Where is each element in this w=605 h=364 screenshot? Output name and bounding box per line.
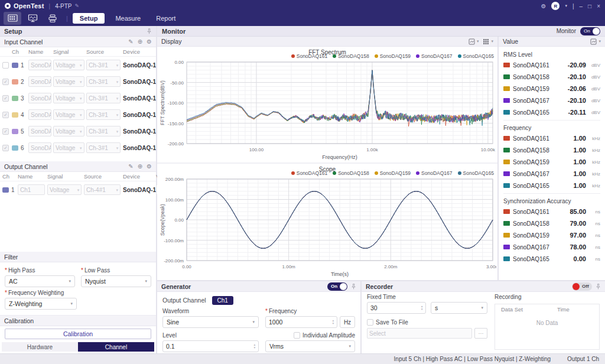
legend-label: SonoDAQ158 [338, 170, 369, 176]
low-pass-select[interactable]: Nyquist▾ [81, 275, 151, 287]
series-unit: ns [589, 256, 600, 262]
row-checkbox[interactable]: ✓ [2, 145, 9, 151]
edit-project-icon[interactable]: ✎ [74, 3, 79, 9]
filter-body: *High Pass AC▾ *Low Pass Nyquist▾ *Frequ… [0, 262, 156, 316]
legend-item[interactable]: SonoDAQ159 [375, 170, 411, 176]
tab-setup[interactable]: Setup [73, 13, 105, 24]
legend-dot [291, 171, 295, 175]
gear-icon[interactable]: ⚙ [147, 38, 152, 45]
settings-gear-icon[interactable]: ⚙ [541, 3, 546, 9]
high-pass-select[interactable]: AC▾ [5, 275, 75, 287]
legend-item[interactable]: SonoDAQ158 [333, 53, 369, 59]
pin-icon[interactable] [147, 28, 152, 34]
row-checkbox[interactable]: ✓ [2, 95, 9, 102]
minimize-button[interactable]: – [580, 3, 583, 9]
svg-text:Time(s): Time(s) [331, 271, 349, 277]
series-unit: kHz [589, 160, 600, 165]
channel-ch1-button[interactable]: Ch1 [212, 296, 233, 305]
printer-view-button[interactable] [44, 12, 61, 25]
svg-text:200.00m: 200.00m [165, 177, 184, 182]
value-row: SonoDAQ165-20.11dBV [503, 106, 600, 118]
series-value: 97.00 [570, 232, 586, 239]
chevron-down-icon: ▾ [80, 60, 82, 70]
main-tabs: SetupMeasureReport [73, 13, 191, 24]
channel-number: 3 [21, 95, 24, 102]
series-name: SonoDAQ165 [513, 256, 571, 262]
channel-color-swatch [12, 79, 18, 84]
series-name: SonoDAQ158 [513, 220, 567, 227]
frequency-weighting-select[interactable]: Z-Weighting▾ [5, 298, 77, 310]
legend-item[interactable]: SonoDAQ161 [291, 170, 327, 176]
chevron-down-icon[interactable]: ▾ [491, 39, 493, 44]
scope-chart[interactable]: 200.00m100.00m0.00-100.00m-200.00m0.001.… [157, 177, 496, 280]
svg-text:Frequency(Hz): Frequency(Hz) [322, 154, 357, 160]
maximize-button[interactable]: □ [588, 3, 591, 9]
legend-item[interactable]: SonoDAQ158 [333, 170, 369, 176]
generator-toggle[interactable]: On [327, 282, 347, 291]
legend-item[interactable]: SonoDAQ167 [416, 53, 452, 59]
waveform-select[interactable]: Sine▾ [162, 316, 259, 328]
row-checkbox[interactable]: ✓ [2, 79, 9, 85]
frequency-input[interactable] [266, 318, 331, 326]
chevron-down-icon[interactable]: ▾ [477, 39, 479, 44]
close-button[interactable]: × [597, 3, 600, 9]
pin-icon[interactable] [351, 284, 356, 290]
fixed-time-input[interactable] [367, 304, 419, 311]
dashboard-view-button[interactable] [4, 12, 21, 25]
col-name: Name [28, 48, 53, 55]
legend-item[interactable]: SonoDAQ159 [375, 53, 411, 59]
tab-report[interactable]: Report [156, 15, 175, 22]
spinner-icons[interactable]: ▴▾ [331, 319, 337, 325]
tab-measure[interactable]: Measure [115, 15, 141, 22]
recorder-toggle[interactable]: Off [572, 282, 592, 291]
edit-icon[interactable]: ✎ [128, 163, 133, 170]
chevron-down-icon[interactable]: ▾ [599, 39, 601, 44]
row-checkbox[interactable]: ✓ [2, 112, 9, 118]
monitor-view-button[interactable] [24, 12, 41, 25]
individual-amplitude-checkbox[interactable] [294, 332, 300, 339]
gear-icon[interactable]: ⚙ [147, 163, 152, 170]
series-color-swatch [503, 136, 510, 141]
col-source: Source [86, 48, 123, 55]
grid-layout-icon[interactable] [483, 38, 489, 45]
status-output-summary: Output 1 Ch [567, 356, 599, 362]
user-menu-caret-icon[interactable]: ▾ [565, 4, 567, 8]
col-ch: Ch [12, 48, 28, 55]
calibration-button[interactable]: Calibration [5, 329, 151, 339]
level-unit-select[interactable]: Vrms▾ [265, 340, 355, 352]
legend-item[interactable]: SonoDAQ165 [458, 170, 494, 176]
series-color-swatch [503, 160, 510, 164]
browse-file-button[interactable]: ··· [474, 328, 487, 339]
legend-label: SonoDAQ165 [463, 53, 494, 59]
channel-color-swatch [12, 63, 18, 68]
legend-item[interactable]: SonoDAQ161 [291, 53, 327, 59]
legend-item[interactable]: SonoDAQ165 [458, 53, 494, 59]
add-circle-icon[interactable]: ⊕ [138, 38, 142, 45]
tab-channel[interactable]: Channel [78, 342, 154, 352]
name-input: SonoDA [28, 109, 51, 120]
monitor-toggle[interactable]: On [580, 27, 600, 35]
fft-chart[interactable]: 0.00-50.00-100.00-150.00-200.00100.001.0… [157, 60, 496, 164]
chart-layout-icon[interactable] [469, 38, 475, 45]
edit-icon[interactable]: ✎ [128, 38, 133, 45]
spinner-icons[interactable]: ▴▾ [252, 343, 258, 349]
device-name: SonoDAQ-17... [123, 62, 156, 69]
calibration-title: Calibration [4, 317, 34, 324]
add-circle-icon[interactable]: ⊕ [138, 163, 142, 170]
value-layout-icon[interactable] [590, 38, 597, 45]
filter-header: Filter [0, 252, 156, 262]
topbar: OpenTest | 4-PTP ✎ ⚙ R ▾ | – □ × [0, 0, 605, 26]
tab-hardware[interactable]: Hardware [2, 342, 78, 352]
row-checkbox[interactable] [2, 62, 9, 69]
fft-chart-block: FFT Spectrum SonoDAQ161SonoDAQ158SonoDAQ… [157, 47, 497, 164]
pin-icon[interactable] [596, 284, 601, 290]
legend-item[interactable]: SonoDAQ167 [416, 170, 452, 176]
level-input[interactable] [163, 343, 252, 350]
series-unit: dBV [589, 74, 600, 80]
save-to-file-checkbox[interactable] [367, 319, 373, 326]
user-avatar[interactable]: R [551, 2, 560, 10]
file-path-input[interactable]: Select [367, 328, 472, 339]
time-unit-select[interactable]: s▾ [431, 302, 487, 314]
row-checkbox[interactable]: ✓ [2, 128, 9, 135]
spinner-icons[interactable]: ▴▾ [419, 305, 425, 311]
